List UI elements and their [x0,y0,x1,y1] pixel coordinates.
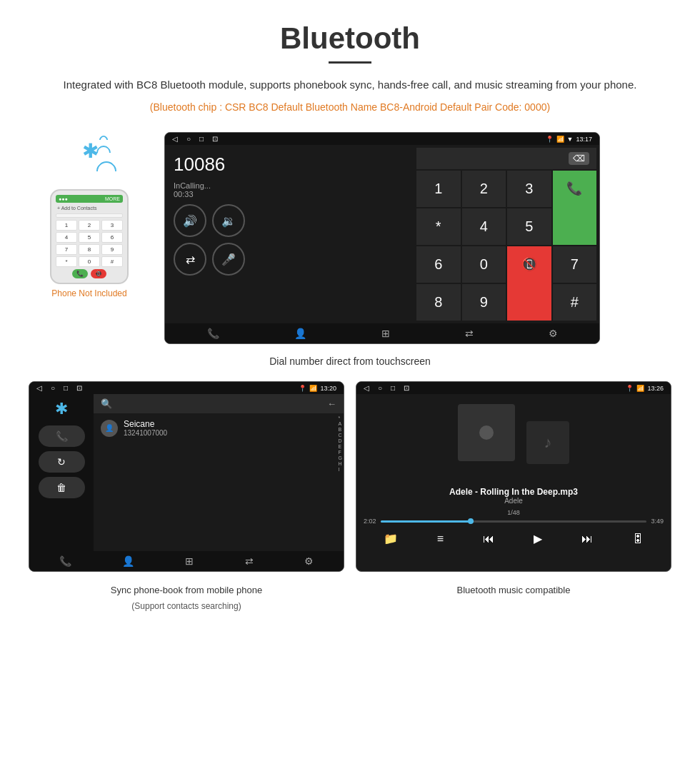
music-artist: Adele [356,497,671,505]
dial-content: 10086 InCalling... 00:33 🔊 🔉 ⇄ 🎤 [165,145,599,323]
pb-phone-btn[interactable]: 📞 [39,425,85,447]
bottom-captions: Sync phone-book from mobile phone (Suppo… [29,579,671,611]
calling-label: InCalling... 00:33 [174,181,405,198]
music-next-icon[interactable]: ⏭ [581,533,593,545]
pb-contact-name: Seicane [124,419,167,429]
music-location-icon: 📍 [626,385,634,392]
nav-transfer-icon[interactable]: ⇄ [465,328,474,339]
phonebook-caption-sub: (Support contacts searching) [29,601,344,611]
pb-bluetooth-icon: ✱ [55,400,68,418]
end-call-button[interactable]: 📵 [507,246,551,321]
phone-key: 3 [101,220,123,231]
phone-keypad: 1 2 3 4 5 6 7 8 9 * 0 # [56,220,123,267]
pb-nav-keypad[interactable]: ⊞ [185,555,194,567]
pb-contact-item[interactable]: 👤 Seicane 13241007000 [94,413,344,443]
key-7[interactable]: 7 [553,246,597,283]
dial-bottom-nav: 📞 👤 ⊞ ⇄ ⚙ [165,323,599,343]
key-3[interactable]: 3 [507,171,551,207]
key-5[interactable]: 5 [507,208,551,245]
music-prev-icon[interactable]: ⏮ [483,533,494,545]
key-9[interactable]: 9 [462,284,506,321]
phone-key: 9 [101,244,123,255]
dial-nav-icons: ◁ ○ □ ⊡ [172,135,218,143]
key-hash[interactable]: # [553,284,597,321]
nav-calls-icon[interactable]: 📞 [207,328,219,339]
transfer-button[interactable]: ⇄ [174,243,206,276]
pb-nav-contacts[interactable]: 👤 [122,555,134,567]
phonebook-screen: ◁ ○ □ ⊡ 📍 📶 13:20 ✱ 📞 ↻ 🗑 [29,381,344,572]
music-content: ♪ ♪ Adele - Rolling In the Deep.mp3 Adel… [356,394,671,551]
phone-key: 7 [56,244,77,255]
key-4[interactable]: 4 [462,208,506,245]
pb-main: 🔍 ← 👤 Seicane 13241007000 * A [94,394,344,551]
bottom-row: ◁ ○ □ ⊡ 📍 📶 13:20 ✱ 📞 ↻ 🗑 [29,381,671,572]
bluetooth-signal-visual: ✱ [61,132,118,182]
music-folder-icon[interactable]: 📁 [384,532,398,545]
music-eq-icon[interactable]: 🎛 [632,533,644,545]
key-1[interactable]: 1 [416,171,461,207]
pb-nav-transfer[interactable]: ⇄ [245,555,254,567]
dial-right-panel: ⌫ 1 2 3 📞 * 4 5 6 0 📵 7 8 [414,145,599,323]
music-home-icon: ○ [378,384,382,392]
pb-search-icon[interactable]: 🔍 [101,398,112,409]
mic-button[interactable]: 🎤 [212,243,245,276]
page-title: Bluetooth [29,21,671,56]
pb-sidebar: ✱ 📞 ↻ 🗑 [29,394,94,551]
key-6[interactable]: 6 [416,246,461,283]
vol-up-button[interactable]: 🔊 [174,204,206,237]
music-nav-icons: ◁ ○ □ ⊡ [364,384,409,392]
pb-nav-calls[interactable]: 📞 [59,555,71,567]
pb-back-icon: ◁ [36,384,42,392]
phone-add-contact: + Add to Contacts [56,205,123,211]
music-play-icon[interactable]: ▶ [534,532,542,545]
call-button[interactable]: 📞 [553,171,597,245]
recents-nav-icon: □ [199,135,204,143]
backspace-button[interactable]: ⌫ [569,152,589,165]
music-recents-icon: □ [391,384,395,392]
pb-back-arrow[interactable]: ← [327,398,336,409]
pb-home-icon: ○ [51,384,55,392]
music-artwork-area: ♪ ♪ [356,394,671,487]
progress-thumb [468,518,474,524]
home-nav-icon: ○ [186,135,191,143]
phone-key: 8 [79,244,100,255]
nav-contacts-icon[interactable]: 👤 [294,328,306,339]
vol-down-button[interactable]: 🔉 [212,204,245,237]
screenshot-nav-icon: ⊡ [212,135,218,143]
pb-location-icon: 📍 [299,385,306,392]
phone-not-included-label: Phone Not Included [51,288,126,298]
nav-settings-icon[interactable]: ⚙ [549,328,558,339]
key-0[interactable]: 0 [462,246,506,283]
pb-delete-btn[interactable]: 🗑 [39,477,85,498]
music-progress-area: 1/48 2:02 3:49 [356,506,671,528]
pb-status-icons: 📍 📶 13:20 [299,385,336,392]
pb-alphabet-index: * A B C D E F G H I [339,415,342,472]
nav-keypad-icon[interactable]: ⊞ [381,328,390,339]
title-underline [329,61,371,64]
pb-refresh-btn[interactable]: ↻ [39,451,85,473]
pb-contact-info: Seicane 13241007000 [124,419,167,437]
status-time: 13:17 [576,136,592,143]
progress-fill [381,520,474,523]
phone-key: # [101,256,123,267]
key-8[interactable]: 8 [416,284,461,321]
progress-bar[interactable] [381,520,647,523]
dial-android-screen: ◁ ○ □ ⊡ 📍 📶 ▼ 13:17 10086 InCalling... [164,132,600,344]
description: Integrated with BC8 Bluetooth module, su… [29,76,671,94]
key-star[interactable]: * [416,208,461,245]
key-2[interactable]: 2 [462,171,506,207]
phone-key: * [56,256,77,267]
dialed-number: 10086 [174,153,405,176]
music-signal-icon: 📶 [636,385,644,392]
progress-bar-container: 2:02 3:49 [364,518,664,525]
dial-status-icons: 📍 📶 ▼ 13:17 [546,136,592,143]
keypad-grid: 1 2 3 📞 * 4 5 6 0 📵 7 8 9 # [416,171,596,321]
music-album-art: ♪ [458,404,515,461]
pb-status-bar: ◁ ○ □ ⊡ 📍 📶 13:20 [29,382,344,394]
music-album-art-small: ♪ [526,421,569,464]
pb-nav-settings[interactable]: ⚙ [304,555,314,567]
music-list-icon[interactable]: ≡ [437,533,444,545]
location-icon: 📍 [546,136,554,143]
music-track-name: Adele - Rolling In the Deep.mp3 [356,487,671,497]
back-nav-icon: ◁ [172,135,178,143]
